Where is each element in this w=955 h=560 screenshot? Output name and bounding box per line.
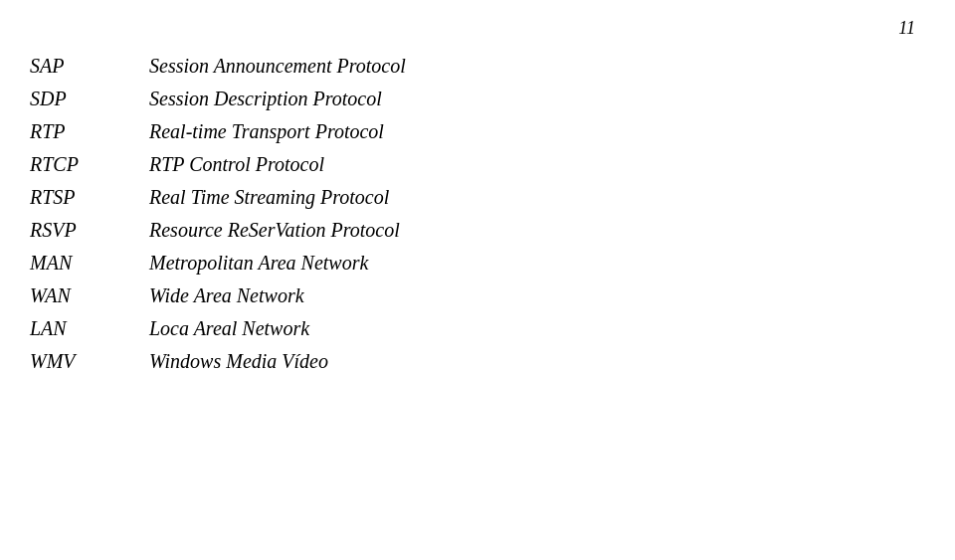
list-item: RTPReal-time Transport Protocol bbox=[30, 120, 925, 143]
definition-text: Resource ReSerVation Protocol bbox=[149, 219, 400, 242]
definition-text: Session Announcement Protocol bbox=[149, 55, 406, 78]
list-item: RTCPRTP Control Protocol bbox=[30, 153, 925, 176]
definition-text: Session Description Protocol bbox=[149, 88, 382, 110]
abbreviation: RTCP bbox=[30, 153, 149, 176]
abbreviation: WAN bbox=[30, 284, 149, 307]
page-number: 11 bbox=[898, 18, 915, 39]
abbreviation: LAN bbox=[30, 317, 149, 340]
list-item: MANMetropolitan Area Network bbox=[30, 252, 925, 275]
definition-text: Metropolitan Area Network bbox=[149, 252, 368, 275]
abbreviation: RTP bbox=[30, 120, 149, 143]
abbreviation: SDP bbox=[30, 88, 149, 110]
definition-text: Real-time Transport Protocol bbox=[149, 120, 384, 143]
definition-text: Wide Area Network bbox=[149, 284, 304, 307]
content-area: SAPSession Announcement ProtocolSDPSessi… bbox=[30, 55, 925, 383]
list-item: RTSPReal Time Streaming Protocol bbox=[30, 186, 925, 209]
abbreviation: RSVP bbox=[30, 219, 149, 242]
definition-text: Real Time Streaming Protocol bbox=[149, 186, 389, 209]
list-item: WMVWindows Media Vídeo bbox=[30, 350, 925, 373]
list-item: RSVPResource ReSerVation Protocol bbox=[30, 219, 925, 242]
abbreviation: SAP bbox=[30, 55, 149, 78]
list-item: SAPSession Announcement Protocol bbox=[30, 55, 925, 78]
definition-text: Windows Media Vídeo bbox=[149, 350, 328, 373]
abbreviation: WMV bbox=[30, 350, 149, 373]
definition-text: Loca Areal Network bbox=[149, 317, 309, 340]
abbreviation: MAN bbox=[30, 252, 149, 275]
list-item: SDPSession Description Protocol bbox=[30, 88, 925, 110]
list-item: LANLoca Areal Network bbox=[30, 317, 925, 340]
definition-text: RTP Control Protocol bbox=[149, 153, 324, 176]
abbreviation: RTSP bbox=[30, 186, 149, 209]
list-item: WANWide Area Network bbox=[30, 284, 925, 307]
